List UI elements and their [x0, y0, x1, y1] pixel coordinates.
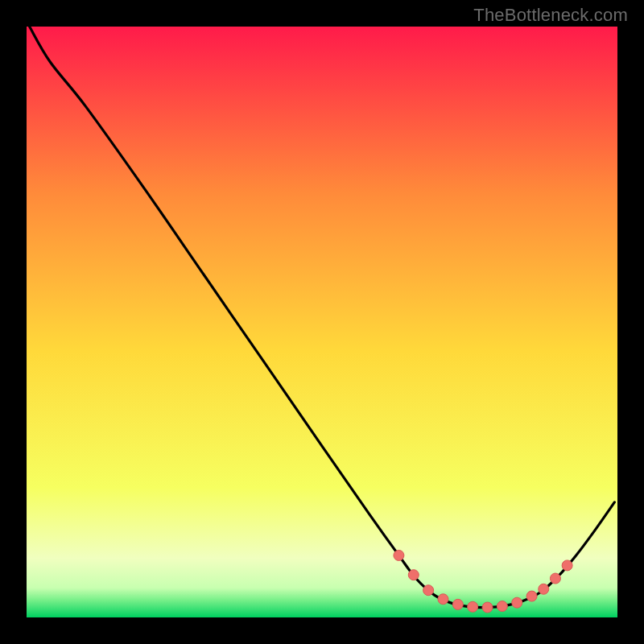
marker-dot: [482, 602, 493, 613]
marker-dot: [562, 560, 572, 571]
marker-dot: [423, 585, 434, 596]
gradient-plot-area: [27, 27, 617, 617]
marker-dot: [512, 597, 522, 608]
marker-dot: [408, 570, 419, 580]
marker-dot: [452, 599, 463, 609]
chart-svg: [0, 0, 644, 644]
marker-dot: [394, 550, 404, 560]
marker-dot: [438, 594, 448, 605]
chart-stage: TheBottleneck.com: [0, 0, 644, 644]
marker-dot: [539, 584, 549, 594]
marker-dot: [550, 573, 560, 584]
marker-dot: [497, 601, 507, 612]
marker-dot: [526, 591, 537, 601]
marker-dot: [468, 601, 478, 612]
